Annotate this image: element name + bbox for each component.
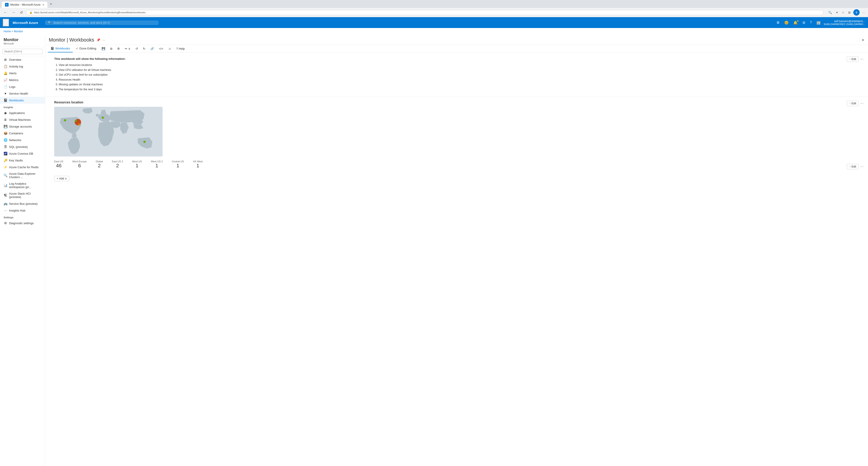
browser-chrome: A Monitor - Microsoft Azure ✕ + [0, 0, 868, 8]
page-close-btn[interactable]: ✕ [862, 38, 864, 42]
metrics-icon: 📈 [4, 78, 7, 82]
sidebar-item-activity-log[interactable]: 📋 Activity log [0, 63, 45, 70]
save-icon: 💾 [102, 47, 105, 50]
sidebar-item-alerts[interactable]: 🔔 Alerts [0, 70, 45, 76]
info-section: ↑ Edit ··· This workbook will show the f… [45, 53, 868, 97]
edit-toolbar-btn[interactable]: ✏ ∨ [123, 45, 133, 52]
azure-data-explorer-icon: 🔍 [4, 174, 7, 177]
browser-tab[interactable]: A Monitor - Microsoft Azure ✕ [2, 2, 48, 8]
directory-btn[interactable]: 🏢 [814, 19, 823, 26]
activity-log-icon: 📋 [4, 65, 7, 68]
insights-hub-icon: ··· [4, 209, 7, 212]
feedback-btn[interactable]: 😊 [782, 19, 790, 26]
add-chevron-icon: ∨ [65, 177, 67, 180]
sidebar-item-log-analytics[interactable]: 📊 Log Analytics workspaces (pr... [0, 180, 45, 190]
add-button[interactable]: + Add ∨ [54, 176, 69, 181]
auto-refresh-btn[interactable]: ↻ [141, 45, 148, 52]
location-count: 1 [193, 163, 203, 169]
code-btn[interactable]: </> [157, 45, 165, 52]
hamburger-menu[interactable]: ☰ [3, 19, 9, 26]
more-options-icon[interactable]: ··· [102, 38, 105, 42]
refresh-btn[interactable]: ↺ [133, 45, 140, 52]
chevron-down-icon: ∨ [128, 47, 130, 50]
new-tab-button[interactable]: + [48, 1, 54, 7]
location-count: 2 [112, 163, 123, 169]
help-label: Help [179, 47, 185, 50]
sidebar-nav: ⊞ Overview 📋 Activity log 🔔 Alerts 📈 Met… [0, 56, 45, 466]
sidebar: Monitor Microsoft ⊞ Overview 📋 Activity … [0, 35, 45, 466]
share-icon: 🔗 [150, 47, 154, 50]
emoji-btn[interactable]: ☺ [166, 45, 174, 52]
map-bottom-edit-icon: ↑ [849, 165, 850, 168]
tab-workbooks[interactable]: 📓 Workbooks [48, 45, 73, 52]
azure-search-input[interactable] [53, 21, 156, 24]
breadcrumb-home[interactable]: Home [4, 30, 11, 33]
sidebar-item-cosmos-db[interactable]: 🌌 Azure Cosmos DB [0, 150, 45, 157]
sidebar-item-diagnostic-settings[interactable]: ⚙ Diagnostic settings [0, 220, 45, 226]
collections-btn[interactable]: ⊞ [847, 9, 851, 15]
sidebar-item-virtual-machines[interactable]: 🖥 Virtual Machines [0, 116, 45, 123]
sidebar-search-input[interactable] [2, 49, 43, 54]
map-more-btn[interactable]: ··· [860, 100, 864, 106]
reading-mode-btn[interactable]: ✦ [835, 9, 839, 15]
map-edit-btn[interactable]: ↑ Edit [847, 101, 859, 106]
location-stat-east-us-2: East US 2 2 [112, 160, 123, 169]
favorites-btn[interactable]: ☆ [841, 9, 845, 15]
search-browser-btn[interactable]: 🔍 [827, 9, 833, 15]
storage-accounts-icon: 💾 [4, 125, 7, 128]
sidebar-item-azure-data-explorer[interactable]: 🔍 Azure Data Explorer Clusters ... [0, 170, 45, 180]
forward-button[interactable]: → [10, 10, 17, 15]
save-btn[interactable]: 💾 [99, 45, 107, 52]
browser-menu-btn[interactable]: ··· [862, 9, 866, 15]
tab-done-editing[interactable]: ✓ Done Editing [73, 45, 99, 52]
settings-btn[interactable]: ⚙ [801, 19, 807, 26]
sidebar-title: Monitor [4, 37, 41, 42]
help-btn[interactable]: ? Help [174, 45, 187, 52]
info-edit-btn[interactable]: ↑ Edit [847, 57, 859, 62]
tab-close-btn[interactable]: ✕ [42, 3, 44, 6]
settings-toolbar-btn[interactable]: ⚙ [115, 45, 122, 52]
sidebar-item-key-vaults[interactable]: 🔑 Key Vaults [0, 157, 45, 164]
map-section-title: Resources location [54, 100, 859, 104]
duplicate-btn[interactable]: ⧉ [108, 45, 115, 52]
map-bottom-more-btn[interactable]: ··· [860, 164, 864, 169]
map-dot-east-us-small [75, 120, 77, 122]
edit-btn-label: Edit [851, 58, 856, 61]
sidebar-item-label: Insights Hub [9, 209, 25, 212]
sidebar-item-azure-cache[interactable]: ⚡ Azure Cache for Redis [0, 164, 45, 170]
sidebar-item-service-bus[interactable]: 🚌 Service Bus (preview) [0, 200, 45, 207]
breadcrumb-monitor[interactable]: Monitor [14, 30, 23, 33]
sidebar-item-label: Azure Data Explorer Clusters ... [9, 172, 41, 179]
sidebar-item-workbooks[interactable]: 📓 Workbooks [0, 97, 45, 104]
sidebar-item-metrics[interactable]: 📈 Metrics [0, 76, 45, 83]
share-btn[interactable]: 🔗 [148, 45, 156, 52]
back-button[interactable]: ← [2, 10, 8, 15]
sidebar-item-insights-hub[interactable]: ··· Insights Hub [0, 207, 45, 214]
cloud-shell-btn[interactable]: 🖥 [774, 19, 781, 26]
pin-icon[interactable]: 📌 [96, 38, 100, 42]
sidebar-item-sql-preview[interactable]: 🗄 SQL (preview) [0, 143, 45, 150]
location-name: West Europe [72, 160, 87, 163]
info-more-btn[interactable]: ··· [860, 56, 864, 62]
sidebar-item-storage-accounts[interactable]: 💾 Storage accounts [0, 123, 45, 130]
address-bar[interactable]: 🔒 https://portal.azure.com/#blade/Micros… [26, 10, 824, 15]
sidebar-item-azure-stack-hci[interactable]: 🏗 Azure Stack HCI (preview) [0, 190, 45, 200]
content-area: Monitor | Workbooks 📌 ··· ✕ 📓 Workbooks … [45, 35, 868, 466]
insights-section-label: Insights [0, 104, 45, 110]
browser-avatar[interactable]: S [853, 9, 860, 15]
help-btn[interactable]: ? [808, 19, 814, 26]
sidebar-item-networks[interactable]: 🌐 Networks [0, 136, 45, 143]
map-bottom-edit-btn[interactable]: ↑ Edit [847, 164, 859, 169]
location-name: West US 2 [151, 160, 162, 163]
location-stat-global: Global 2 [96, 160, 103, 169]
breadcrumb-separator: > [11, 30, 14, 33]
user-info[interactable]: seif.bassem@shieldarm... SHIELDARMORED (… [824, 20, 865, 26]
sidebar-item-overview[interactable]: ⊞ Overview [0, 56, 45, 63]
azure-search-box[interactable]: 🔍 [45, 21, 158, 25]
sidebar-item-applications[interactable]: ◉ Applications [0, 110, 45, 116]
reload-button[interactable]: ↺ [19, 10, 24, 15]
sidebar-item-service-health[interactable]: ♥ Service Health [0, 90, 45, 97]
done-editing-label: Done Editing [80, 47, 96, 50]
sidebar-item-logs[interactable]: 📄 Logs [0, 83, 45, 90]
sidebar-item-containers[interactable]: 📦 Containers [0, 130, 45, 136]
